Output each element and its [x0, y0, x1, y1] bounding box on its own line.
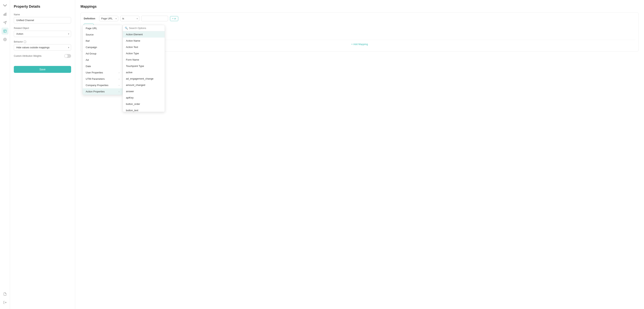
is-select-wrap: is	[120, 16, 139, 21]
svg-rect-1	[4, 14, 5, 16]
related-object-label: Related Object	[14, 27, 71, 30]
and-btn-label: + and	[86, 25, 92, 28]
add-mapping-link[interactable]: + Add Mapping	[84, 40, 636, 48]
sidebar-item-file[interactable]	[2, 290, 8, 298]
sidebar-item-export[interactable]	[2, 299, 8, 306]
related-object-select-wrap: Action	[14, 31, 71, 37]
map-value-input[interactable]	[120, 31, 146, 37]
svg-rect-5	[4, 30, 6, 32]
sidebar-top	[2, 3, 8, 289]
name-input[interactable]	[14, 17, 71, 24]
page-url-select[interactable]: Page URL	[99, 16, 118, 21]
collapse-button[interactable]	[2, 3, 8, 8]
is-select[interactable]: is	[120, 16, 139, 21]
svg-rect-0	[4, 14, 4, 16]
behavior-select[interactable]: Hide values outside mappings	[14, 44, 71, 50]
right-panel: Mappings Definition Page URL is + or	[75, 0, 644, 309]
related-object-select[interactable]: Action	[14, 31, 71, 37]
panel-title: Property Details	[14, 4, 71, 9]
main-content: Property Details Name Related Object Act…	[10, 0, 644, 309]
svg-rect-2	[6, 13, 6, 16]
sidebar	[0, 0, 10, 309]
save-button[interactable]: Save	[14, 66, 71, 73]
name-group: Name	[14, 13, 71, 24]
sidebar-item-settings[interactable]	[2, 36, 8, 43]
and-button[interactable]: + and	[84, 24, 94, 28]
related-object-group: Related Object Action	[14, 27, 71, 37]
definition-value-input[interactable]	[141, 16, 168, 21]
custom-attribution-row: Custom Attribution Weights	[14, 54, 71, 58]
mapping-row: Map → Value	[84, 31, 636, 37]
arrow-icon: →	[99, 32, 102, 36]
definition-section: Definition Page URL is + or + and	[80, 12, 639, 52]
map-label: Map	[84, 32, 97, 36]
definition-row: Definition Page URL is + or	[84, 16, 636, 21]
or-button[interactable]: + or	[170, 16, 178, 21]
left-panel: Property Details Name Related Object Act…	[10, 0, 75, 309]
sidebar-item-analytics[interactable]	[2, 11, 8, 18]
custom-attribution-group: Custom Attribution Weights	[14, 54, 71, 58]
custom-attribution-toggle[interactable]	[64, 54, 71, 58]
behavior-label: Behavior i	[14, 40, 71, 43]
mappings-title: Mappings	[80, 4, 639, 9]
behavior-select-wrap: Hide values outside mappings	[14, 44, 71, 50]
svg-point-8	[4, 39, 5, 40]
value-label: Value	[104, 32, 118, 36]
behavior-group: Behavior i Hide values outside mappings	[14, 40, 71, 50]
definition-label: Definition	[84, 17, 97, 20]
sidebar-item-property[interactable]	[2, 28, 8, 34]
sidebar-bottom	[2, 290, 8, 306]
page-url-select-wrap: Page URL	[99, 16, 118, 21]
sidebar-item-send[interactable]	[2, 19, 8, 26]
behavior-info-icon[interactable]: i	[24, 40, 26, 43]
name-label: Name	[14, 13, 71, 16]
custom-attribution-label: Custom Attribution Weights	[14, 55, 42, 57]
